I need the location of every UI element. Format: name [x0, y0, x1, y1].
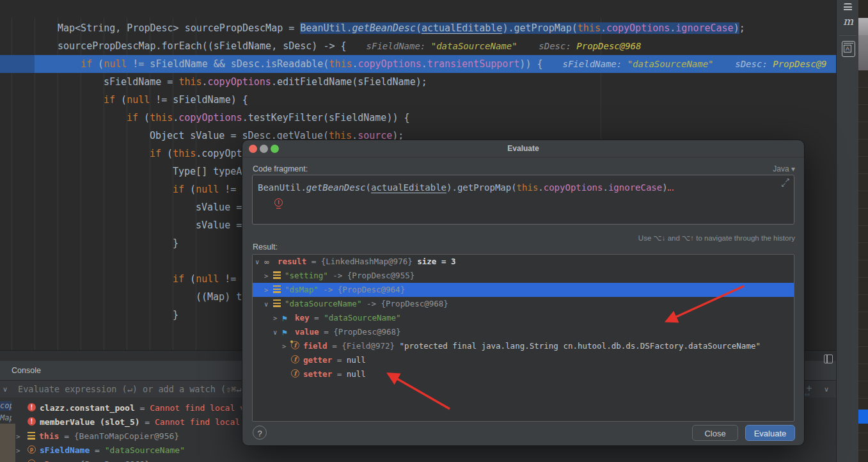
evaluate-button[interactable]: Evaluate — [745, 425, 795, 441]
expander-icon[interactable]: ∨ — [255, 255, 264, 269]
gutter-highlight — [0, 55, 35, 73]
database-icon[interactable] — [844, 3, 852, 11]
expander-icon[interactable]: > — [282, 339, 291, 353]
error-squiggle — [668, 182, 674, 191]
code-line[interactable]: if (null != — [173, 180, 242, 198]
watch-row[interactable]: >sDesc = {PropDesc@968} — [0, 458, 836, 462]
chevron-down-icon[interactable]: ∨ — [1, 381, 10, 397]
background-text-fragment: cop — [0, 401, 12, 411]
maven-icon[interactable] — [842, 14, 854, 28]
flag-icon — [282, 312, 291, 319]
code-line[interactable]: if (this.copyOptions.testKeyFilter(sFiel… — [127, 109, 410, 127]
map-icon — [28, 432, 35, 440]
evaluate-expression-input[interactable]: Evaluate expression (↵) or add a watch (… — [18, 381, 241, 397]
code-line[interactable]: } — [173, 306, 178, 324]
param-icon — [28, 445, 36, 454]
fcirc-icon — [291, 355, 299, 363]
background-window-sliver: 搜索 — [858, 0, 868, 462]
expander-spacer — [16, 402, 28, 416]
background-selected-row — [858, 410, 868, 424]
code-line[interactable]: Type[] typeA — [173, 163, 242, 180]
map-icon — [273, 285, 281, 293]
layout-settings-icon[interactable] — [824, 354, 833, 363]
background-text-fragment: Map — [0, 413, 12, 423]
code-line[interactable]: Map<String, PropDesc> sourcePropDescMap … — [58, 19, 745, 37]
background-window-toolbar: 搜索 — [858, 35, 868, 70]
result-label: Result: — [253, 243, 278, 251]
expander-icon[interactable]: > — [16, 444, 28, 458]
code-line[interactable]: sourcePropDescMap.forEach((sFieldName, s… — [58, 37, 641, 55]
expand-editor-icon[interactable] — [781, 178, 790, 187]
inline-debug-hint: sFieldName: "dataSourceName" sDesc: Prop… — [367, 41, 642, 51]
code-line[interactable]: } — [173, 234, 178, 252]
expander-icon[interactable]: ∨ — [264, 297, 273, 311]
code-line[interactable]: sValue = — [196, 216, 248, 234]
expander-icon[interactable]: > — [273, 311, 282, 325]
background-list-rows — [858, 70, 868, 462]
code-fragment-label: Code fragment: — [253, 164, 308, 173]
result-tree-row[interactable]: getter = null — [253, 353, 794, 367]
expander-icon[interactable]: ∨ — [273, 325, 282, 339]
result-tree-row[interactable]: ∨"dataSourceName" -> {PropDesc@968} — [253, 297, 794, 311]
map-icon — [273, 271, 281, 279]
help-button[interactable]: ? — [253, 426, 267, 440]
code-fragment-input[interactable]: BeanUtil.getBeanDesc(actualEditable).get… — [252, 175, 794, 225]
dialog-title: Evaluate — [242, 140, 804, 157]
expander-icon[interactable]: > — [16, 458, 28, 462]
expander-spacer — [282, 353, 291, 367]
search-label: 搜索 — [859, 80, 868, 89]
result-tree-row[interactable]: >key = "dataSourceName" — [253, 311, 794, 325]
result-tree-row[interactable]: >field = {Field@972} "protected final ja… — [253, 339, 794, 353]
result-icon — [264, 255, 274, 263]
language-selector[interactable]: Java ▾ — [773, 164, 795, 173]
code-line[interactable]: sFieldName = this.copyOptions.editFieldN… — [104, 73, 427, 91]
result-tree-row-selected[interactable]: >"dsMap" -> {PropDesc@964} — [253, 283, 794, 297]
evaluate-dialog: Evaluate Code fragment: Java ▾ BeanUtil.… — [242, 139, 805, 446]
chevron-down-icon[interactable]: ∨ — [822, 381, 831, 397]
param-icon — [28, 459, 36, 462]
code-line[interactable]: if (null != sFieldName) { — [104, 91, 248, 109]
right-tool-stripe — [836, 0, 859, 462]
result-tree-row[interactable]: setter = null — [253, 367, 794, 381]
code-fragment-text[interactable]: BeanUtil.getBeanDesc(actualEditable).get… — [258, 180, 674, 195]
expander-spacer — [16, 416, 28, 430]
dictionary-icon[interactable] — [842, 41, 855, 57]
expander-icon[interactable]: > — [16, 430, 28, 444]
code-line[interactable]: ((Map) t — [196, 288, 242, 306]
code-line[interactable]: sValue = — [196, 198, 248, 216]
code-line[interactable]: if (null != sFieldName && sDesc.isReadab… — [81, 55, 827, 73]
divider — [839, 35, 856, 36]
error-bulb-icon[interactable] — [274, 198, 283, 207]
err-icon — [28, 417, 36, 426]
tab-console[interactable]: Console — [12, 361, 41, 380]
dialog-titlebar[interactable]: Evaluate — [242, 140, 804, 157]
code-line[interactable]: if (null != — [173, 270, 242, 288]
inline-debug-hint: sFieldName: "dataSourceName" sDesc: Prop… — [563, 59, 827, 69]
expander-icon[interactable]: > — [264, 269, 273, 283]
map-icon — [273, 299, 281, 307]
result-tree-row[interactable]: >"setting" -> {PropDesc@955} — [253, 269, 794, 283]
flag-icon — [282, 326, 291, 333]
dialog-footer: ? Close Evaluate — [242, 421, 804, 445]
history-hint: Use ⌥↓ and ⌥↑ to navigate through the hi… — [638, 234, 795, 243]
add-watch-icon[interactable] — [804, 381, 814, 397]
code-line[interactable]: if (this.copyOpt — [150, 145, 242, 163]
expander-icon[interactable]: > — [264, 283, 273, 297]
result-tree-row[interactable]: ∨value = {PropDesc@968} — [253, 325, 794, 339]
expander-spacer — [282, 367, 291, 381]
fieldkey-icon — [291, 341, 299, 349]
close-button[interactable]: Close — [692, 425, 738, 441]
ide-window: Map<String, PropDesc> sourcePropDescMap … — [0, 0, 868, 462]
fcirc-icon — [291, 369, 299, 378]
err-icon — [28, 403, 36, 411]
background-window-titlebar — [858, 18, 868, 35]
result-tree[interactable]: ∨result = {LinkedHashMap@976} size = 3>"… — [252, 254, 794, 422]
result-tree-row[interactable]: ∨result = {LinkedHashMap@976} size = 3 — [253, 255, 794, 269]
desktop-sliver — [0, 424, 15, 462]
